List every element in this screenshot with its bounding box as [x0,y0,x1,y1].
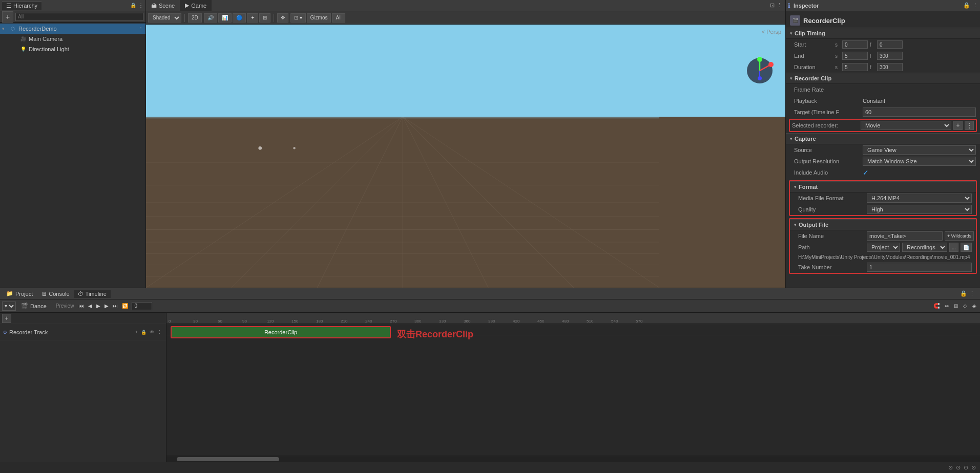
project-tab[interactable]: 📁 Project [2,289,37,298]
output-res-select[interactable]: Match Window Size [863,157,976,166]
more-inspector-icon[interactable]: ⋮ [972,2,978,9]
recorder-clip-track[interactable]: RecorderClip [171,326,391,338]
timeline-mode-select[interactable]: ▾ [2,302,16,311]
selected-recorder-plus-btn[interactable]: + [953,121,963,130]
start-s-unit: s [835,42,840,48]
stats-btn[interactable]: 📊 [218,13,232,23]
start-f-input[interactable] [877,40,903,49]
prev-frame-btn[interactable]: ◀ [87,303,94,309]
track-lock-btn[interactable]: 🔒 [140,329,148,335]
next-frame-btn[interactable]: ▶ [103,303,110,309]
status-icon-3[interactable]: ⊙ [964,464,968,471]
take-number-input[interactable] [867,263,972,272]
more-icon[interactable]: ⋮ [138,3,143,8]
aspect-btn[interactable]: ⊡ ▾ [290,13,306,23]
selected-recorder-menu-btn[interactable]: ⋮ [965,121,974,130]
move-btn[interactable]: ✥ [277,13,288,23]
tl-fit-btn[interactable]: ⊞ [952,303,960,309]
wildcards-btn[interactable]: + Wildcards [945,231,974,241]
end-s-input[interactable] [842,52,868,60]
recorder-clip-section-title: Recorder Clip [795,75,831,81]
status-icon-4[interactable]: ⊙ [971,464,976,471]
recorderdemo-more[interactable]: ⋮ [138,26,143,32]
format-section-header[interactable]: ▾ Format [790,181,976,192]
path-folder-select[interactable]: Recordings [902,243,947,252]
recorder-clip-section-header[interactable]: ▾ Recorder Clip [786,73,980,84]
path-type-select[interactable]: Project [867,243,900,252]
expand-arrow: ▾ [2,26,7,31]
hierarchy-item-dirlight[interactable]: 💡 Directional Light [0,44,145,54]
media-file-format-select[interactable]: H.264 MP4 [867,193,972,203]
selected-recorder-select[interactable]: Movie [861,121,951,130]
preview-btn[interactable]: Preview [54,303,76,309]
vfx-btn[interactable]: ✦ [247,13,258,23]
game-tab[interactable]: ▶ Game [180,0,212,11]
clip-timing-section[interactable]: ▾ Clip Timing [786,28,980,39]
timeline-toolbar: ▾ 🎬 Dance Preview ⏮ ◀ ▶ ▶ ⏭ 🔁 🧲 ⇔ [0,299,980,313]
more-view-icon[interactable]: ⋮ [777,2,782,9]
scene-tab[interactable]: 🏔 Scene [146,0,180,11]
extra-btn[interactable]: ⊞ [259,13,270,23]
track-add-btn[interactable]: + [134,329,139,335]
tl-more-icon[interactable]: ⋮ [969,290,975,297]
hierarchy-tab[interactable]: ☰ Hierarchy [2,1,41,10]
path-browse-btn[interactable]: ... [949,243,958,252]
start-s-input[interactable] [842,40,868,49]
lock-inspector-icon[interactable]: 🔒 [963,2,970,9]
file-name-input[interactable] [867,231,943,241]
include-audio-checkbox[interactable]: ✓ [863,168,869,177]
capture-arrow: ▾ [790,136,793,141]
track-more-btn[interactable]: ⋮ [156,329,163,335]
add-timeline-track-btn[interactable]: + [2,314,11,323]
goto-start-btn[interactable]: ⏮ [77,303,86,309]
tl-ripple-btn[interactable]: ⇔ [943,303,950,309]
path-icon-btn[interactable]: 📄 [961,243,972,252]
ruler-marks-container: 0 30 60 90 120 150 180 210 240 270 300 3… [168,313,979,324]
hierarchy-item-recorderdemo[interactable]: ▾ ⬡ RecorderDemo ⋮ [0,24,145,34]
add-hierarchy-btn[interactable]: + [2,11,13,23]
view-tab-icons: ⊡ ⋮ [770,2,785,9]
tl-lock-icon[interactable]: 🔒 [960,290,967,297]
timeline-tab[interactable]: ⏱ Timeline [74,290,111,298]
frame-rate-label: Frame Rate [794,87,861,93]
end-f-input[interactable] [877,52,903,60]
tl-snap-btn[interactable]: 🧲 [932,303,941,309]
target-row: Target (Timeline F [786,106,980,118]
timeline-time-input[interactable] [132,302,152,310]
format-section: ▾ Format Media File Format H.264 MP4 Qua… [789,180,977,216]
take-number-row: Take Number [790,262,976,273]
tl-marker-btn[interactable]: ◇ [962,303,969,309]
end-label: End [794,53,835,59]
dur-s-input[interactable] [842,63,868,71]
status-icon-1[interactable]: ⊙ [948,464,953,471]
dur-f-input[interactable] [877,63,903,71]
all-btn[interactable]: All [332,13,345,23]
timeline-scrollbar-thumb[interactable] [177,457,279,461]
output-file-section-header[interactable]: ▾ Output File [790,219,976,230]
goto-end-btn[interactable]: ⏭ [111,303,119,309]
ruler-210: 210 [341,319,347,324]
hierarchy-search[interactable] [15,13,143,21]
overlay-btn[interactable]: 🔵 [233,13,246,23]
quality-select[interactable]: High [867,205,972,214]
shading-mode-select[interactable]: Shaded [148,13,181,23]
2d-btn[interactable]: 2D [188,13,202,23]
status-icon-2[interactable]: ⊙ [956,464,961,471]
ruler-480: 480 [562,319,569,324]
capture-section-header[interactable]: ▾ Capture [786,133,980,144]
hierarchy-item-maincamera[interactable]: 🎥 Main Camera [0,34,145,44]
maximize-icon[interactable]: ⊡ [770,2,775,9]
timeline-panel: 📁 Project 🖥 Console ⏱ Timeline 🔒 ⋮ ▾ 🎬 [0,288,980,462]
recorder-track-name: Recorder Track [9,329,132,335]
gizmos-btn[interactable]: Gizmos [307,13,331,23]
tl-signal-btn[interactable]: ◈ [971,303,978,309]
play-btn[interactable]: ▶ [95,303,102,309]
timeline-scrollbar[interactable] [166,456,980,462]
console-tab[interactable]: 🖥 Console [37,290,73,298]
source-select[interactable]: Game View [863,145,976,155]
lock-icon[interactable]: 🔒 [130,3,136,8]
target-input[interactable] [863,107,976,117]
track-eye-btn[interactable]: 👁 [149,329,155,335]
audio-btn[interactable]: 🔊 [204,13,217,23]
loop-btn[interactable]: 🔁 [120,303,130,309]
